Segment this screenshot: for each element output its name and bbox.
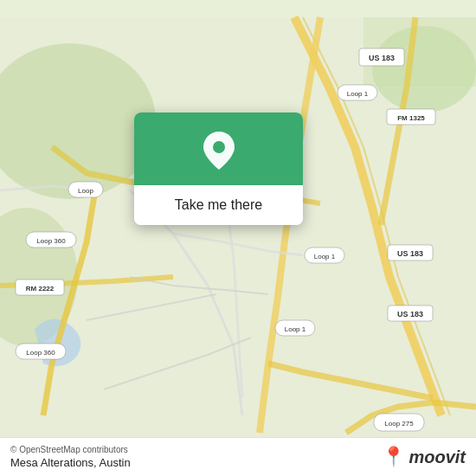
- place-name: Mesa Alterations, Austin: [10, 456, 131, 469]
- map-container: US 183 Loop 1 FM 1325 Loop 183 Loop 360 …: [0, 0, 476, 476]
- svg-text:FM 1325: FM 1325: [397, 114, 425, 122]
- moovit-logo: 📍 moovit: [382, 446, 466, 468]
- svg-text:US 183: US 183: [397, 249, 423, 258]
- popup-card: Take me there: [134, 113, 303, 225]
- svg-text:Loop 275: Loop 275: [384, 420, 414, 428]
- svg-text:US 183: US 183: [369, 54, 395, 62]
- location-pin-icon: [203, 132, 235, 170]
- svg-text:US 183: US 183: [397, 310, 423, 318]
- bottom-bar: © OpenStreetMap contributors Mesa Altera…: [0, 437, 476, 476]
- bottom-left-info: © OpenStreetMap contributors Mesa Altera…: [10, 445, 131, 469]
- map-attribution: © OpenStreetMap contributors: [10, 445, 131, 454]
- svg-text:Loop: Loop: [78, 187, 93, 195]
- svg-text:Loop 360: Loop 360: [36, 237, 66, 245]
- moovit-brand-text: moovit: [408, 447, 466, 467]
- moovit-pin-icon: 📍: [382, 446, 405, 468]
- svg-text:Loop 360: Loop 360: [26, 349, 55, 357]
- svg-text:Loop 1: Loop 1: [285, 325, 306, 333]
- svg-text:Loop 1: Loop 1: [314, 253, 336, 261]
- take-me-there-button[interactable]: Take me there: [134, 185, 303, 225]
- svg-point-31: [213, 141, 225, 153]
- popup-header: [134, 113, 303, 185]
- svg-text:Loop 1: Loop 1: [347, 90, 369, 98]
- map-background: US 183 Loop 1 FM 1325 Loop 183 Loop 360 …: [0, 0, 476, 476]
- svg-text:RM 2222: RM 2222: [26, 285, 55, 293]
